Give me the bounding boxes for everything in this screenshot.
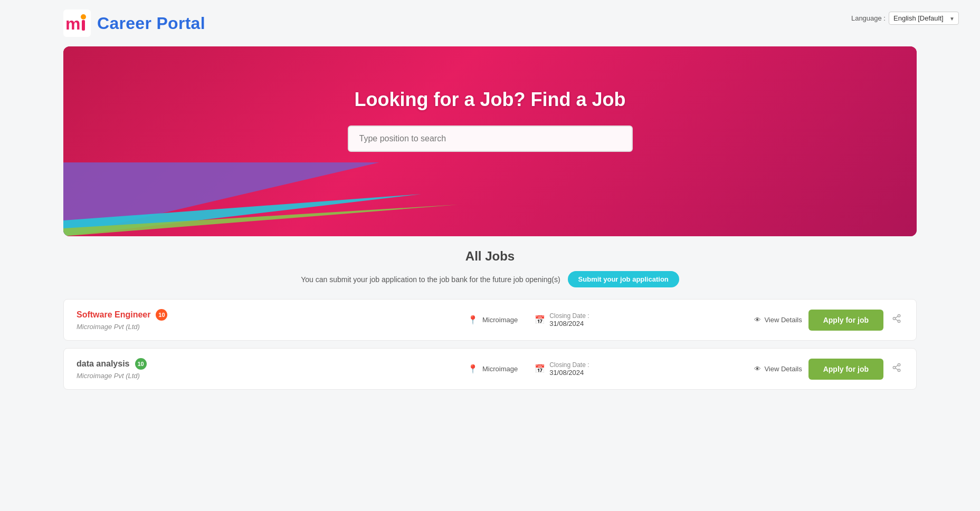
job-title-row: Software Engineer 10 [77, 309, 302, 321]
hero-decorative-triangles [63, 162, 917, 236]
hero-content: Looking for a Job? Find a Job [63, 46, 917, 152]
location-icon: 📍 [468, 364, 478, 374]
job-meta: 📍 Microimage 📅 Closing Date : 31/08/2024 [302, 361, 754, 377]
job-card: Software Engineer 10 Microimage Pvt (Ltd… [63, 299, 917, 341]
closing-date-value: 31/08/2024 [549, 369, 589, 377]
apply-for-job-button[interactable]: Apply for job [808, 359, 883, 380]
svg-rect-3 [82, 20, 85, 31]
job-location: 📍 Microimage [468, 315, 518, 325]
location-icon: 📍 [468, 315, 478, 325]
job-location: 📍 Microimage [468, 364, 518, 374]
job-location-text: Microimage [482, 365, 518, 373]
view-details-button[interactable]: 👁 View Details [754, 316, 802, 324]
hero-banner: Looking for a Job? Find a Job [63, 46, 917, 236]
logo-icon: m [63, 9, 91, 37]
share-icon [892, 314, 901, 323]
eye-icon: 👁 [754, 316, 761, 324]
language-label: Language : [851, 14, 886, 22]
job-location-text: Microimage [482, 316, 518, 324]
closing-date-block: Closing Date : 31/08/2024 [549, 361, 589, 377]
job-company: Microimage Pvt (Ltd) [77, 372, 302, 380]
job-title: Software Engineer [77, 310, 150, 320]
svg-text:m: m [65, 14, 80, 33]
calendar-icon: 📅 [535, 315, 545, 325]
calendar-icon: 📅 [535, 364, 545, 374]
apply-for-job-button[interactable]: Apply for job [808, 310, 883, 331]
job-closing-date: 📅 Closing Date : 31/08/2024 [535, 312, 589, 327]
svg-line-15 [895, 368, 898, 370]
header: m Career Portal Language : English [Defa… [0, 0, 980, 46]
job-title: data analysis [77, 359, 130, 369]
portal-title: Career Portal [97, 14, 205, 33]
share-icon [892, 363, 901, 372]
job-count-badge: 10 [135, 358, 147, 370]
job-card: data analysis 10 Microimage Pvt (Ltd) 📍 … [63, 348, 917, 390]
jobs-subtitle-text: You can submit your job application to t… [301, 275, 560, 284]
job-info: data analysis 10 Microimage Pvt (Ltd) [77, 358, 302, 380]
jobs-section: All Jobs You can submit your job applica… [63, 236, 917, 390]
job-actions: 👁 View Details Apply for job [754, 359, 903, 380]
svg-line-16 [895, 365, 898, 367]
closing-date-label: Closing Date : [549, 361, 589, 369]
job-count-badge: 10 [156, 309, 167, 321]
logo-area: m Career Portal [63, 9, 205, 37]
share-button[interactable] [890, 361, 903, 377]
submit-job-application-button[interactable]: Submit your job application [568, 271, 679, 287]
language-select[interactable]: English [Default] Sinhala Tamil [889, 12, 959, 25]
job-company: Microimage Pvt (Ltd) [77, 323, 302, 331]
closing-date-label: Closing Date : [549, 312, 589, 320]
language-dropdown-wrapper[interactable]: English [Default] Sinhala Tamil ▼ [889, 12, 959, 25]
job-meta: 📍 Microimage 📅 Closing Date : 31/08/2024 [302, 312, 754, 327]
closing-date-block: Closing Date : 31/08/2024 [549, 312, 589, 327]
job-info: Software Engineer 10 Microimage Pvt (Ltd… [77, 309, 302, 331]
share-button[interactable] [890, 312, 903, 328]
view-details-label: View Details [764, 316, 802, 324]
language-selector: Language : English [Default] Sinhala Tam… [851, 12, 959, 25]
job-closing-date: 📅 Closing Date : 31/08/2024 [535, 361, 589, 377]
svg-line-11 [895, 316, 898, 318]
svg-point-2 [81, 14, 86, 20]
eye-icon: 👁 [754, 365, 761, 373]
jobs-section-title: All Jobs [63, 249, 917, 264]
job-title-row: data analysis 10 [77, 358, 302, 370]
job-actions: 👁 View Details Apply for job [754, 310, 903, 331]
position-search-input[interactable] [348, 126, 633, 152]
jobs-subtitle-row: You can submit your job application to t… [63, 271, 917, 287]
hero-heading: Looking for a Job? Find a Job [355, 89, 626, 111]
closing-date-value: 31/08/2024 [549, 320, 589, 327]
view-details-label: View Details [764, 365, 802, 373]
view-details-button[interactable]: 👁 View Details [754, 365, 802, 373]
svg-line-10 [895, 319, 898, 321]
